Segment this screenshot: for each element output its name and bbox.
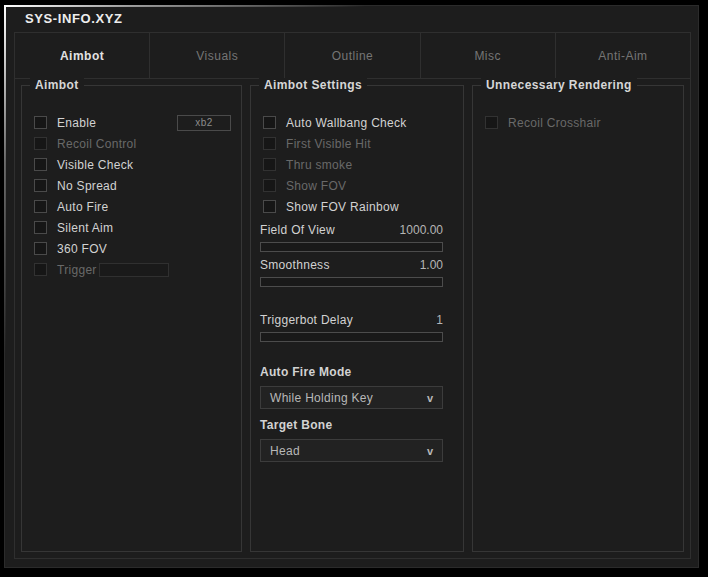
auto-fire-mode-label: Auto Fire Mode	[260, 365, 463, 379]
show-fov-label: Show FOV	[286, 179, 346, 193]
auto-fire-mode-dropdown[interactable]: While Holding Key v	[260, 386, 443, 409]
tab-aimbot[interactable]: Aimbot	[15, 33, 150, 78]
fov-360-label: 360 FOV	[57, 242, 107, 256]
group-aimbot-legend: Aimbot	[30, 78, 84, 92]
checkbox-row-silent-aim[interactable]: Silent Aim	[22, 217, 241, 238]
tab-visuals[interactable]: Visuals	[150, 33, 285, 78]
checkbox-row-360-fov[interactable]: 360 FOV	[22, 238, 241, 259]
group-unnecessary-rendering: Unnecessary Rendering Recoil Crosshair	[472, 85, 684, 552]
tab-content: Aimbot Enable xb2 Recoil Control Vis	[15, 79, 690, 558]
checkbox-row-recoil-control[interactable]: Recoil Control	[22, 133, 241, 154]
group-aimbot-settings: Aimbot Settings Auto Wallbang Check Firs…	[250, 85, 464, 552]
first-visible-hit-label: First Visible Hit	[286, 137, 371, 151]
auto-fire-checkbox[interactable]	[34, 200, 47, 213]
checkbox-row-thru-smoke[interactable]: Thru smoke	[251, 154, 463, 175]
tab-anti-aim-label: Anti-Aim	[598, 49, 647, 63]
recoil-control-label: Recoil Control	[57, 137, 137, 151]
tab-misc-label: Misc	[474, 49, 501, 63]
triggerbot-delay-label: Triggerbot Delay	[260, 313, 353, 327]
field-of-view-slider[interactable]	[260, 242, 443, 252]
triggerbot-delay-slider[interactable]	[260, 332, 443, 342]
target-bone-dropdown[interactable]: Head v	[260, 439, 443, 462]
thru-smoke-label: Thru smoke	[286, 158, 352, 172]
recoil-crosshair-label: Recoil Crosshair	[508, 116, 601, 130]
show-fov-rainbow-checkbox[interactable]	[263, 200, 276, 213]
slider-section: Field Of View 1000.00 Smoothness 1.00 Tr…	[251, 223, 463, 356]
auto-wallbang-label: Auto Wallbang Check	[286, 116, 407, 130]
checkbox-row-trigger[interactable]: Trigger	[22, 259, 241, 280]
auto-wallbang-checkbox[interactable]	[263, 116, 276, 129]
target-bone-selected: Head	[270, 444, 300, 458]
triggerbot-delay-row: Triggerbot Delay 1	[260, 313, 443, 327]
group-aimbot: Aimbot Enable xb2 Recoil Control Vis	[21, 85, 242, 552]
settings-checkbox-list: Auto Wallbang Check First Visible Hit Th…	[251, 112, 463, 217]
enable-keybind-button[interactable]: xb2	[177, 115, 231, 131]
trigger-label: Trigger	[57, 263, 97, 277]
recoil-control-checkbox[interactable]	[34, 137, 47, 150]
section-gap	[260, 342, 443, 356]
enable-label: Enable	[57, 116, 96, 130]
no-spread-label: No Spread	[57, 179, 117, 193]
first-visible-hit-checkbox[interactable]	[263, 137, 276, 150]
group-aimbot-settings-legend: Aimbot Settings	[259, 78, 367, 92]
field-of-view-value: 1000.00	[400, 223, 443, 237]
thru-smoke-checkbox[interactable]	[263, 158, 276, 171]
checkbox-row-first-visible-hit[interactable]: First Visible Hit	[251, 133, 463, 154]
cheat-menu-window: SYS-INFO.XYZ Aimbot Visuals Outline Misc…	[4, 5, 699, 568]
tab-outline-label: Outline	[332, 49, 374, 63]
tab-misc[interactable]: Misc	[421, 33, 556, 78]
checkbox-row-recoil-crosshair[interactable]: Recoil Crosshair	[473, 112, 683, 133]
checkbox-row-auto-wallbang[interactable]: Auto Wallbang Check	[251, 112, 463, 133]
auto-fire-label: Auto Fire	[57, 200, 108, 214]
triggerbot-delay-value: 1	[436, 313, 443, 327]
recoil-crosshair-checkbox[interactable]	[485, 116, 498, 129]
tab-bar: Aimbot Visuals Outline Misc Anti-Aim	[15, 33, 690, 79]
chevron-down-icon: v	[427, 445, 433, 457]
visible-check-label: Visible Check	[57, 158, 133, 172]
smoothness-slider[interactable]	[260, 277, 443, 287]
target-bone-label: Target Bone	[260, 418, 463, 432]
visible-check-checkbox[interactable]	[34, 158, 47, 171]
trigger-input[interactable]	[99, 263, 169, 277]
tab-outline[interactable]: Outline	[285, 33, 420, 78]
smoothness-value: 1.00	[420, 258, 443, 272]
tab-visuals-label: Visuals	[196, 49, 238, 63]
enable-checkbox[interactable]	[34, 116, 47, 129]
checkbox-row-show-fov-rainbow[interactable]: Show FOV Rainbow	[251, 196, 463, 217]
main-panel: Aimbot Visuals Outline Misc Anti-Aim Aim…	[14, 32, 691, 559]
field-of-view-label: Field Of View	[260, 223, 335, 237]
section-gap	[260, 287, 443, 307]
auto-fire-mode-selected: While Holding Key	[270, 391, 373, 405]
title-bar[interactable]: SYS-INFO.XYZ	[5, 6, 698, 30]
smoothness-row: Smoothness 1.00	[260, 258, 443, 272]
trigger-checkbox[interactable]	[34, 263, 47, 276]
chevron-down-icon: v	[427, 392, 433, 404]
checkbox-row-show-fov[interactable]: Show FOV	[251, 175, 463, 196]
tab-anti-aim[interactable]: Anti-Aim	[556, 33, 690, 78]
smoothness-label: Smoothness	[260, 258, 330, 272]
checkbox-row-no-spread[interactable]: No Spread	[22, 175, 241, 196]
fov-360-checkbox[interactable]	[34, 242, 47, 255]
tab-aimbot-label: Aimbot	[60, 49, 104, 63]
checkbox-row-visible-check[interactable]: Visible Check	[22, 154, 241, 175]
aimbot-checkbox-list: Enable xb2 Recoil Control Visible Check	[22, 112, 241, 280]
silent-aim-label: Silent Aim	[57, 221, 113, 235]
group-unnecessary-rendering-legend: Unnecessary Rendering	[481, 78, 637, 92]
window-title: SYS-INFO.XYZ	[25, 11, 123, 26]
checkbox-row-auto-fire[interactable]: Auto Fire	[22, 196, 241, 217]
silent-aim-checkbox[interactable]	[34, 221, 47, 234]
no-spread-checkbox[interactable]	[34, 179, 47, 192]
checkbox-row-enable[interactable]: Enable xb2	[22, 112, 241, 133]
rendering-checkbox-list: Recoil Crosshair	[473, 112, 683, 133]
show-fov-rainbow-label: Show FOV Rainbow	[286, 200, 399, 214]
show-fov-checkbox[interactable]	[263, 179, 276, 192]
field-of-view-row: Field Of View 1000.00	[260, 223, 443, 237]
